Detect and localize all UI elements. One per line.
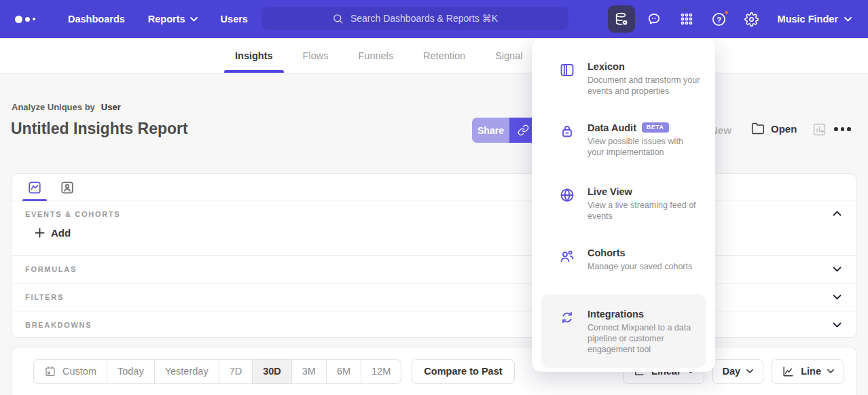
chevron-down-icon xyxy=(833,267,842,272)
compare-to-past-button[interactable]: Compare to Past xyxy=(412,359,514,384)
range-6m[interactable]: 6M xyxy=(326,360,361,383)
page-title[interactable]: Untitled Insights Report xyxy=(11,120,188,138)
tab-events-view[interactable] xyxy=(22,174,47,201)
chevron-down-icon xyxy=(827,369,834,373)
search-placeholder: Search Dashboards & Reports ⌘K xyxy=(350,13,498,24)
top-nav: Dashboards Reports Users Search Dashboar… xyxy=(0,0,868,38)
chart-type-select[interactable]: Line xyxy=(772,359,844,384)
range-7d[interactable]: 7D xyxy=(219,360,253,383)
share-button-group: Share xyxy=(472,118,537,143)
events-cohorts-header: EVENTS & COHORTS xyxy=(25,210,844,218)
add-to-dashboard-button[interactable] xyxy=(812,122,827,137)
range-7d-label: 7D xyxy=(230,366,242,377)
menu-item-description: Manage your saved cohorts xyxy=(587,261,692,272)
feedback-button[interactable] xyxy=(640,5,668,33)
chart-add-icon xyxy=(812,122,827,137)
open-report-button[interactable]: Open xyxy=(751,122,797,135)
share-button[interactable]: Share xyxy=(472,118,509,143)
tab-insights[interactable]: Insights xyxy=(220,38,288,73)
gear-icon xyxy=(744,12,759,27)
range-6m-label: 6M xyxy=(337,366,350,377)
settings-button[interactable] xyxy=(738,5,765,33)
link-icon xyxy=(518,124,529,136)
menu-item-integrations[interactable]: Integrations Connect Mixpanel to a data … xyxy=(541,294,706,368)
tab-flows[interactable]: Flows xyxy=(288,38,344,73)
tab-funnels-label: Funnels xyxy=(358,50,393,61)
menu-item-lexicon[interactable]: Lexicon Document and transform your even… xyxy=(532,61,715,97)
range-today-label: Today xyxy=(117,366,144,377)
more-options-button[interactable] xyxy=(834,127,851,131)
add-event-button[interactable]: Add xyxy=(35,227,71,239)
range-3m[interactable]: 3M xyxy=(291,360,326,383)
nav-dashboards-label: Dashboards xyxy=(68,14,125,24)
range-yesterday-label: Yesterday xyxy=(165,366,209,377)
formulas-section[interactable]: FORMULAS xyxy=(12,255,856,283)
range-3m-label: 3M xyxy=(302,366,316,377)
tab-insights-label: Insights xyxy=(235,50,273,61)
chevron-down-icon xyxy=(833,322,842,328)
lexicon-icon xyxy=(559,62,575,78)
context-value[interactable]: User xyxy=(101,102,121,112)
project-selector[interactable]: Music Finder xyxy=(778,14,852,24)
mixpanel-logo-icon[interactable] xyxy=(15,16,45,23)
tab-retention[interactable]: Retention xyxy=(408,38,480,73)
data-management-icon xyxy=(614,12,629,27)
menu-item-live-view[interactable]: Live View View a live streaming feed of … xyxy=(532,186,715,222)
filters-header: FILTERS xyxy=(25,293,64,301)
context-label: Analyze Uniques by xyxy=(12,102,95,112)
calendar-icon xyxy=(44,365,56,377)
menu-item-title: Integrations xyxy=(587,309,644,320)
tab-flows-label: Flows xyxy=(303,50,329,61)
tab-signal-label: Signal xyxy=(495,50,522,61)
mixpanel-app: Dashboards Reports Users Search Dashboar… xyxy=(0,0,868,395)
menu-item-description: View possible issues with your implement… xyxy=(587,136,700,158)
nav-reports[interactable]: Reports xyxy=(148,14,198,24)
apps-grid-button[interactable] xyxy=(673,5,700,33)
data-audit-icon xyxy=(559,123,575,139)
nav-right-cluster: ? Music Finder xyxy=(608,0,857,38)
formulas-header: FORMULAS xyxy=(25,265,77,273)
analysis-context: Analyze Uniques byUser xyxy=(12,102,121,112)
menu-item-data-audit[interactable]: Data Audit BETA View possible issues wit… xyxy=(532,122,715,158)
menu-item-cohorts[interactable]: Cohorts Manage your saved cohorts xyxy=(532,247,715,272)
query-builder-card: EVENTS & COHORTS Add FORMULAS FILTERS BR… xyxy=(11,173,857,338)
help-button[interactable]: ? xyxy=(706,5,733,33)
nav-dashboards[interactable]: Dashboards xyxy=(68,14,125,24)
builder-icon-tabs xyxy=(12,174,856,201)
beta-badge: BETA xyxy=(642,122,669,133)
integrations-sync-icon xyxy=(559,309,575,326)
range-12m-label: 12M xyxy=(372,366,391,377)
tab-retention-label: Retention xyxy=(423,50,465,61)
tab-signal[interactable]: Signal xyxy=(480,38,537,73)
breakdowns-section[interactable]: BREAKDOWNS xyxy=(12,311,856,339)
search-input[interactable]: Search Dashboards & Reports ⌘K xyxy=(261,7,568,30)
live-view-globe-icon xyxy=(559,187,575,203)
feedback-bubble-icon xyxy=(647,12,662,27)
menu-item-title: Live View xyxy=(587,186,632,197)
plus-icon xyxy=(35,228,45,238)
menu-item-title: Lexicon xyxy=(587,61,625,72)
chevron-up-icon[interactable] xyxy=(833,211,842,216)
range-30d[interactable]: 30D xyxy=(252,360,291,383)
interval-label: Day xyxy=(723,366,741,377)
cohorts-icon xyxy=(559,248,575,264)
menu-item-description: Connect Mixpanel to a data pipeline or c… xyxy=(587,322,695,356)
apps-grid-icon xyxy=(679,12,694,27)
chevron-down-icon xyxy=(833,294,842,300)
range-12m[interactable]: 12M xyxy=(361,360,401,383)
tab-funnels[interactable]: Funnels xyxy=(343,38,408,73)
notification-dot xyxy=(723,10,729,16)
menu-item-description: Document and transform your events and p… xyxy=(587,75,700,97)
project-name: Music Finder xyxy=(778,14,838,24)
range-custom-label: Custom xyxy=(62,366,96,377)
tab-profiles-view[interactable] xyxy=(55,174,79,201)
range-yesterday[interactable]: Yesterday xyxy=(154,360,219,383)
nav-users[interactable]: Users xyxy=(221,14,248,24)
chart-type-label: Line xyxy=(801,366,821,377)
filters-section[interactable]: FILTERS xyxy=(12,283,856,311)
line-chart-icon xyxy=(782,365,795,378)
range-today[interactable]: Today xyxy=(107,360,154,383)
data-management-button[interactable] xyxy=(608,5,635,33)
range-custom[interactable]: Custom xyxy=(34,360,107,383)
interval-select[interactable]: Day xyxy=(712,359,764,384)
